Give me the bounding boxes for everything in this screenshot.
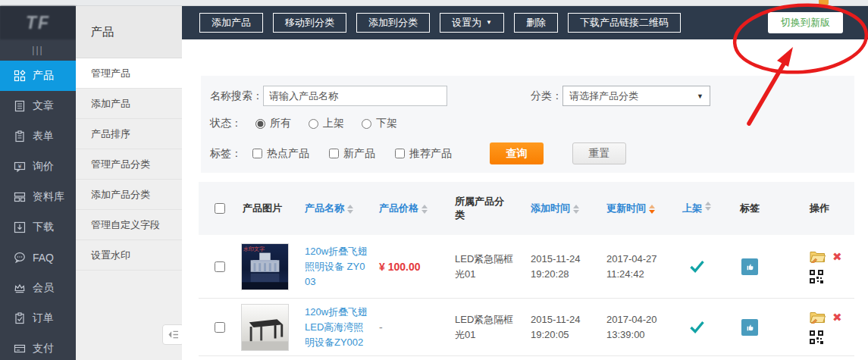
row-checkbox[interactable] — [215, 261, 225, 272]
sidebar-item-library[interactable]: 资料库 — [0, 182, 76, 212]
header-tags: 标签 — [720, 202, 779, 215]
bulk-actions-toolbar: 添加产品 移动到分类 添加到分类 设置为▼ 删除 下载产品链接二维码 切换到新版 — [182, 6, 868, 39]
listed-check-icon[interactable] — [673, 260, 720, 273]
updated-time: 2017-04-2013:39:00 — [597, 312, 673, 343]
submenu-item-manage-categories[interactable]: 管理产品分类 — [76, 149, 182, 180]
reset-button[interactable]: 重置 — [572, 142, 626, 164]
added-time: 2015-11-2419:20:28 — [522, 252, 597, 282]
set-as-dropdown-button[interactable]: 设置为▼ — [440, 13, 504, 33]
switch-to-new-version-button[interactable]: 切换到新版 — [768, 12, 843, 33]
library-icon — [14, 191, 26, 203]
added-time: 2015-11-2419:20:05 — [522, 312, 597, 343]
sidebar-item-articles[interactable]: 文章 — [0, 91, 76, 121]
sidebar-item-products[interactable]: 产品 — [0, 61, 76, 91]
sort-carets-icon — [347, 205, 353, 214]
clipboard-icon — [14, 130, 26, 142]
submenu-item-product-sort[interactable]: 产品排序 — [76, 119, 182, 149]
product-name-link[interactable]: 120w折叠飞翅照明设备 ZY003 — [300, 244, 376, 290]
tag-checkbox-hot[interactable]: 热点产品 — [252, 147, 309, 161]
table-row: 水印文字 120w折叠飞翅照明设备 ZY003 ¥ 100.00 LED紧急隔框… — [199, 235, 854, 299]
sidebar-item-label: 订单 — [33, 311, 54, 325]
add-product-button[interactable]: 添加产品 — [199, 13, 263, 33]
add-to-category-button[interactable]: 添加到分类 — [356, 13, 430, 33]
edit-folder-icon[interactable] — [810, 250, 826, 263]
status-radio-all[interactable]: 所有 — [255, 117, 291, 130]
sidebar-item-label: 会员 — [33, 281, 54, 295]
delete-x-icon[interactable]: ✖ — [832, 311, 842, 323]
qrcode-icon[interactable] — [810, 270, 823, 283]
products-submenu: 产品 管理产品 添加产品 产品排序 管理产品分类 添加产品分类 管理自定义字段 … — [76, 6, 182, 360]
caret-down-icon: ▼ — [486, 20, 492, 26]
download-icon — [14, 221, 26, 233]
product-name-search-input[interactable] — [263, 86, 447, 106]
qrcode-icon[interactable] — [810, 330, 823, 344]
tag-checkbox-new[interactable]: 新产品 — [329, 147, 375, 161]
main-area: 添加产品 移动到分类 添加到分类 设置为▼ 删除 下载产品链接二维码 切换到新版… — [182, 6, 868, 360]
header-product-name[interactable]: 产品名称 — [300, 202, 376, 215]
updated-time: 2017-04-2711:24:42 — [597, 252, 673, 282]
submenu-item-watermark[interactable]: 设置水印 — [76, 240, 182, 271]
sidebar-item-orders[interactable]: 订单 — [0, 303, 76, 333]
download-qr-links-button[interactable]: 下载产品链接二维码 — [568, 13, 681, 33]
sort-carets-active-icon — [649, 205, 655, 214]
operations-cell: ✖ — [779, 311, 854, 344]
header-listed[interactable]: 上架 — [673, 202, 720, 215]
submenu-fold-button[interactable] — [162, 324, 184, 345]
sidebar-item-faq[interactable]: FAQ — [0, 243, 76, 273]
submenu-item-add-product[interactable]: 添加产品 — [76, 89, 182, 119]
inquiry-icon: ¥ — [14, 161, 26, 173]
sidebar-item-payment[interactable]: 支付 — [0, 333, 76, 360]
grid-icon — [14, 70, 26, 82]
category-select-value: 请选择产品分类 — [569, 89, 638, 103]
delete-button[interactable]: 删除 — [514, 13, 558, 33]
sort-carets-icon — [705, 202, 711, 215]
delete-x-icon[interactable]: ✖ — [832, 251, 842, 262]
move-to-category-button[interactable]: 移动到分类 — [273, 13, 346, 33]
product-price: - — [376, 321, 446, 333]
caret-down-icon: ▼ — [697, 92, 703, 100]
order-check-icon — [14, 312, 26, 324]
svg-text:¥: ¥ — [17, 163, 22, 170]
product-category: LED紧急隔框光01 — [446, 312, 522, 343]
sidebar-item-label: 支付 — [33, 342, 54, 355]
select-all-checkbox[interactable] — [215, 203, 225, 214]
thumb-up-tag-icon[interactable] — [741, 258, 758, 275]
product-image[interactable]: 水印文字 — [241, 243, 289, 290]
doc-icon — [14, 100, 26, 112]
products-table: 产品图片 产品名称 产品价格 所属产品分类 添加时间 更新时间 上架 标签 操作… — [199, 182, 854, 356]
sidebar-item-downloads[interactable]: 下载 — [0, 212, 76, 243]
browser-chrome-strip — [0, 0, 868, 6]
browser-favicon-remnant — [819, 0, 829, 5]
tags-label: 标签： — [210, 147, 242, 161]
sidebar-item-members[interactable]: 会员 — [0, 273, 76, 303]
edit-folder-icon[interactable] — [810, 311, 826, 324]
sidebar-item-inquiry[interactable]: ¥ 询价 — [0, 152, 76, 182]
status-radio-listed[interactable]: 上架 — [309, 117, 344, 130]
submenu-item-add-category[interactable]: 添加产品分类 — [76, 180, 182, 210]
header-product-price[interactable]: 产品价格 — [376, 202, 446, 215]
header-updated-time[interactable]: 更新时间 — [597, 202, 673, 215]
tag-checkbox-recommended[interactable]: 推荐产品 — [395, 147, 452, 161]
fold-icon — [168, 330, 179, 340]
header-added-time[interactable]: 添加时间 — [522, 202, 597, 215]
row-checkbox[interactable] — [215, 322, 225, 333]
listed-check-icon[interactable] — [673, 321, 720, 333]
sidebar-item-label: 表单 — [33, 130, 54, 143]
submenu-item-manage-products[interactable]: 管理产品 — [76, 58, 182, 89]
sidebar-collapse-handle[interactable]: ||| — [0, 39, 76, 61]
table-header-row: 产品图片 产品名称 产品价格 所属产品分类 添加时间 更新时间 上架 标签 操作 — [199, 182, 854, 235]
sidebar-item-label: 询价 — [33, 160, 54, 174]
query-button[interactable]: 查询 — [490, 142, 544, 164]
product-image[interactable] — [241, 304, 289, 351]
submenu-header: 产品 — [76, 6, 182, 58]
thumb-up-tag-icon[interactable] — [741, 319, 758, 336]
status-label: 状态： — [210, 117, 242, 130]
category-select[interactable]: 请选择产品分类 ▼ — [562, 86, 710, 106]
sidebar-item-forms[interactable]: 表单 — [0, 121, 76, 152]
status-radio-unlisted[interactable]: 下架 — [362, 117, 397, 130]
header-product-category: 所属产品分类 — [446, 195, 522, 222]
product-category: LED紧急隔框光01 — [446, 252, 522, 282]
product-name-link[interactable]: 120w折叠飞翅LED高海湾照明设备ZY002 — [300, 305, 376, 350]
submenu-item-custom-fields[interactable]: 管理自定义字段 — [76, 210, 182, 240]
sidebar-item-label: 产品 — [33, 69, 54, 83]
